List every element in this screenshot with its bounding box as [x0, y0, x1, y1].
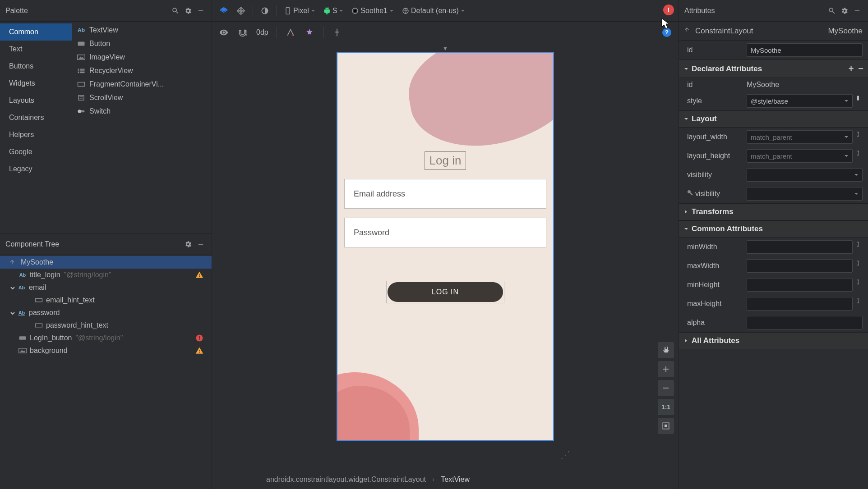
svg-rect-35 — [663, 369, 669, 370]
attributes-title: Attributes — [684, 7, 825, 15]
palette-item-switch[interactable]: Switch — [72, 105, 212, 118]
warning-icon[interactable] — [195, 347, 203, 355]
theme-selector[interactable]: Soothe1 — [349, 5, 397, 17]
svg-text:x: x — [292, 32, 294, 37]
magnet-icon[interactable] — [235, 25, 250, 40]
attr-row-layout-width: layout_width match_parent ▯ — [679, 128, 868, 146]
palette-item-textview[interactable]: AbTextView — [72, 23, 212, 37]
palette-item-scrollview[interactable]: ScrollView — [72, 91, 212, 105]
preview-password-input[interactable]: Password — [344, 218, 546, 247]
palette-category-containers[interactable]: Containers — [0, 109, 72, 126]
tree-node-background[interactable]: background — [0, 344, 212, 357]
tree-node-mysoothe[interactable]: MySoothe — [0, 256, 212, 269]
zoom-actual-button[interactable]: 1:1 — [658, 399, 674, 415]
palette-category-helpers[interactable]: Helpers — [0, 126, 72, 143]
section-declared-attributes[interactable]: Declared Attributes +− — [679, 59, 868, 78]
zoom-fit-button[interactable] — [658, 418, 674, 434]
api-selector[interactable]: S — [321, 5, 346, 17]
minimize-icon[interactable] — [852, 5, 863, 16]
search-icon[interactable] — [826, 5, 837, 16]
breadcrumb-path[interactable]: androidx.constraintlayout.widget.Constra… — [266, 475, 426, 484]
infer-constraints-icon[interactable] — [302, 25, 317, 40]
chevron-down-icon[interactable] — [10, 310, 16, 316]
text-icon: Ab — [77, 27, 86, 34]
night-mode-icon[interactable] — [258, 4, 272, 18]
layout-width-select[interactable]: match_parent — [747, 130, 853, 144]
layers-icon[interactable] — [217, 4, 231, 18]
svg-rect-21 — [199, 336, 200, 339]
list-icon — [77, 67, 86, 74]
add-attribute-icon[interactable]: + — [849, 64, 854, 74]
remove-attribute-icon[interactable]: − — [858, 64, 863, 74]
svg-rect-16 — [199, 244, 203, 245]
button-icon — [77, 40, 86, 47]
palette-category-legacy[interactable]: Legacy — [0, 160, 72, 178]
zoom-out-button[interactable] — [658, 380, 674, 396]
error-badge[interactable]: ! — [663, 5, 674, 15]
margin-value[interactable]: 0dp — [254, 28, 270, 37]
tree-node-title-login[interactable]: Ab title_login "@string/login" — [0, 269, 212, 281]
warning-icon[interactable] — [195, 271, 203, 279]
palette-item-fragmentcontainer[interactable]: FragmentContainerVi... — [72, 78, 212, 91]
preview-title-login[interactable]: Log in — [425, 151, 466, 170]
section-layout[interactable]: Layout — [679, 110, 868, 128]
tree-node-email[interactable]: Ab email — [0, 281, 212, 294]
palette-category-common[interactable]: Common — [0, 23, 72, 41]
svg-rect-7 — [80, 70, 85, 71]
design-canvas[interactable]: ▼ Log in Email address Password LOG IN ⋰ — [212, 43, 679, 470]
globe-icon — [402, 7, 409, 14]
orientation-icon[interactable] — [234, 4, 248, 18]
chevron-down-icon[interactable] — [10, 284, 16, 291]
breadcrumb-current[interactable]: TextView — [441, 475, 470, 484]
minimize-icon[interactable] — [195, 239, 206, 250]
search-icon[interactable] — [170, 5, 181, 16]
device-preview[interactable]: Log in Email address Password LOG IN — [337, 52, 554, 441]
resize-handle-icon[interactable]: ⋰ — [560, 449, 570, 461]
palette-item-button[interactable]: Button — [72, 37, 212, 50]
section-all-attributes[interactable]: All Attributes — [679, 332, 868, 349]
pan-tool-icon[interactable] — [658, 342, 674, 358]
zoom-in-button[interactable] — [658, 361, 674, 377]
visibility-select[interactable] — [747, 168, 863, 182]
layout-icon — [684, 26, 692, 36]
palette-category-widgets[interactable]: Widgets — [0, 75, 72, 92]
error-icon[interactable] — [195, 334, 203, 342]
image-icon — [18, 347, 27, 354]
tools-visibility-select[interactable] — [747, 187, 863, 201]
locale-selector[interactable]: Default (en-us) — [399, 5, 468, 17]
palette-category-text[interactable]: Text — [0, 41, 72, 58]
tree-node-login-button[interactable]: LogIn_button "@string/login" — [0, 332, 212, 344]
palette-category-layouts[interactable]: Layouts — [0, 92, 72, 109]
preview-login-button[interactable]: LOG IN — [388, 282, 503, 302]
gear-icon[interactable] — [183, 239, 194, 250]
alpha-input[interactable] — [747, 316, 863, 329]
device-selector[interactable]: Pixel — [282, 5, 318, 17]
svg-rect-22 — [199, 339, 200, 340]
id-input[interactable] — [747, 43, 863, 57]
palette-item-recyclerview[interactable]: RecyclerView — [72, 64, 212, 78]
minheight-input[interactable] — [747, 278, 853, 292]
switch-icon — [77, 108, 86, 115]
palette-category-google[interactable]: Google — [0, 143, 72, 160]
style-select[interactable]: @style/base — [747, 94, 853, 108]
minwidth-input[interactable] — [747, 240, 853, 254]
palette-item-imageview[interactable]: ImageView — [72, 50, 212, 64]
section-common-attributes[interactable]: Common Attributes — [679, 220, 868, 238]
eye-icon[interactable] — [217, 25, 231, 40]
guidelines-icon[interactable] — [330, 25, 344, 40]
tree-node-password-hint[interactable]: password_hint_text — [0, 319, 212, 332]
component-tree: MySoothe Ab title_login "@string/login" … — [0, 255, 212, 489]
tree-node-email-hint[interactable]: email_hint_text — [0, 294, 212, 306]
palette-category-buttons[interactable]: Buttons — [0, 58, 72, 75]
gear-icon[interactable] — [839, 5, 850, 16]
flag-icon[interactable]: ▮ — [856, 94, 863, 108]
maxwidth-input[interactable] — [747, 259, 853, 273]
preview-email-input[interactable]: Email address — [344, 179, 546, 209]
section-transforms[interactable]: Transforms — [679, 203, 868, 220]
clear-constraints-icon[interactable]: x — [283, 25, 298, 40]
gear-icon[interactable] — [183, 5, 194, 16]
layout-height-select[interactable]: match_parent — [747, 149, 853, 163]
tree-node-password[interactable]: Ab password — [0, 306, 212, 319]
minimize-icon[interactable] — [195, 5, 206, 16]
maxheight-input[interactable] — [747, 297, 853, 311]
